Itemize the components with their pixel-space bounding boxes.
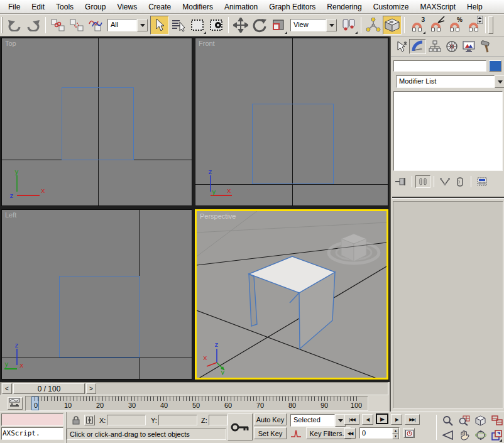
selection-filter-dropdown[interactable]: All xyxy=(107,19,148,31)
unlink-selection-button[interactable] xyxy=(67,16,86,35)
menu-create[interactable]: Create xyxy=(143,1,177,13)
menu-graph-editors[interactable]: Graph Editors xyxy=(263,1,321,13)
snaps-toggle-button[interactable] xyxy=(383,16,402,35)
zoom-extents-button[interactable] xyxy=(473,413,488,427)
time-slider-prev-button[interactable]: < xyxy=(2,383,12,394)
zoom-extents-icon xyxy=(475,415,486,426)
remove-modifier-button[interactable] xyxy=(452,175,468,188)
spinner-up-icon[interactable]: ▲ xyxy=(392,428,399,434)
use-pivot-point-center-button[interactable] xyxy=(339,16,358,35)
angle-snap-toggle-button[interactable] xyxy=(426,16,445,35)
play-button[interactable]: ▶ xyxy=(376,413,388,424)
menu-rendering[interactable]: Rendering xyxy=(321,1,367,13)
select-and-manipulate-button[interactable] xyxy=(364,16,383,35)
object-name-input[interactable] xyxy=(393,60,486,72)
percent-snap-toggle-button[interactable]: % xyxy=(445,16,464,35)
rectangular-selection-region-button[interactable] xyxy=(188,16,207,35)
menu-group[interactable]: Group xyxy=(79,1,111,13)
pin-stack-button[interactable] xyxy=(393,175,408,188)
x-coord-field[interactable] xyxy=(107,415,146,425)
y-coord-field[interactable] xyxy=(158,415,197,425)
viewport-front[interactable]: Front z y x xyxy=(195,38,388,206)
zoom-all-button[interactable] xyxy=(456,413,472,427)
viewport-navigation-controls xyxy=(440,413,503,442)
select-by-name-button[interactable] xyxy=(169,16,188,35)
reference-coord-dropdown-button[interactable] xyxy=(326,19,337,31)
prev-frame-button[interactable]: ◀| xyxy=(362,414,373,425)
menu-animation[interactable]: Animation xyxy=(219,1,263,13)
key-filter-dropdown[interactable]: Selected xyxy=(290,414,346,427)
zoom-button[interactable] xyxy=(440,413,456,427)
selection-lock-toggle[interactable] xyxy=(70,415,81,425)
box-wireframe-left-view[interactable] xyxy=(59,276,140,358)
macro-recorder-pane[interactable] xyxy=(1,413,63,426)
box-wireframe-front-view[interactable] xyxy=(252,104,334,184)
z-coord-field[interactable] xyxy=(209,415,227,425)
menu-edit[interactable]: Edit xyxy=(26,1,50,13)
listener-input-pane[interactable]: AXScript. xyxy=(1,427,63,440)
reference-coord-dropdown[interactable]: View xyxy=(290,19,337,31)
viewport-left[interactable]: Left z y x xyxy=(1,209,192,380)
time-slider-track[interactable]: < 0 / 100 > xyxy=(0,382,388,395)
menu-tools[interactable]: Tools xyxy=(50,1,79,13)
arc-rotate-button[interactable] xyxy=(473,428,488,442)
menu-modifiers[interactable]: Modifiers xyxy=(177,1,219,13)
auto-key-button[interactable]: Auto Key xyxy=(254,413,287,425)
menu-maxscript[interactable]: MAXScript xyxy=(414,1,461,13)
key-mode-toggle-button[interactable]: ◀◀ xyxy=(344,428,356,439)
clipped-toolbar-button[interactable] xyxy=(488,16,493,34)
modifier-list-dropdown[interactable]: Modifier List xyxy=(396,75,504,88)
redo-button[interactable] xyxy=(24,16,43,35)
axis-tripod: z y x xyxy=(200,169,241,203)
tab-motion[interactable] xyxy=(443,39,460,54)
goto-start-button[interactable]: |◀◀ xyxy=(344,414,359,425)
snap-3d-toggle-button[interactable]: 3 xyxy=(407,16,426,35)
select-and-link-button[interactable] xyxy=(48,16,67,35)
box-wireframe-top-view[interactable] xyxy=(62,87,134,160)
tab-display[interactable] xyxy=(460,39,477,54)
show-end-result-button[interactable] xyxy=(415,175,430,188)
ruler-label: 10 xyxy=(64,402,72,409)
viewport-top[interactable]: Top y z x xyxy=(1,38,192,206)
menu-file[interactable]: File xyxy=(3,1,26,13)
select-and-scale-button[interactable] xyxy=(269,16,288,35)
modifier-list-dropdown-button[interactable] xyxy=(495,75,504,88)
tab-hierarchy[interactable] xyxy=(426,39,443,54)
make-unique-button[interactable] xyxy=(437,175,452,188)
open-mini-curve-editor-button[interactable] xyxy=(8,397,23,410)
set-keys-button[interactable] xyxy=(227,413,253,440)
selection-filter-dropdown-button[interactable] xyxy=(137,19,148,31)
window-crossing-toggle-button[interactable] xyxy=(207,16,226,35)
frame-ruler[interactable]: 0 10 20 30 40 50 60 70 80 90 100 xyxy=(25,396,368,411)
undo-button[interactable] xyxy=(5,16,24,35)
object-color-swatch[interactable] xyxy=(489,60,501,72)
frame-spinner[interactable]: ▲ ▼ xyxy=(392,428,399,438)
bind-to-space-warp-button[interactable] xyxy=(86,16,105,35)
spinner-snap-toggle-button[interactable] xyxy=(464,16,483,35)
tab-create[interactable] xyxy=(392,39,409,54)
time-slider-handle[interactable]: 0 / 100 xyxy=(13,383,85,394)
next-frame-button[interactable]: |▶ xyxy=(391,414,402,425)
default-tangent-button[interactable] xyxy=(288,427,304,439)
zoom-extents-all-button[interactable] xyxy=(489,413,504,427)
select-and-rotate-button[interactable] xyxy=(250,16,269,35)
goto-end-button[interactable]: ▶▶| xyxy=(405,414,420,425)
tab-utilities[interactable] xyxy=(477,39,494,54)
time-configuration-button[interactable] xyxy=(403,428,415,438)
select-object-button[interactable] xyxy=(150,16,169,35)
absolute-offset-mode-toggle[interactable] xyxy=(84,415,95,425)
modifier-stack-list[interactable] xyxy=(393,91,503,171)
tab-modify[interactable] xyxy=(409,39,426,54)
select-and-move-button[interactable] xyxy=(231,16,250,35)
pan-button[interactable] xyxy=(456,428,472,442)
field-of-view-button[interactable] xyxy=(440,428,456,442)
menu-views[interactable]: Views xyxy=(111,1,143,13)
viewport-perspective[interactable]: Perspective xyxy=(195,209,388,380)
menu-customize[interactable]: Customize xyxy=(368,1,415,13)
menu-help[interactable]: Help xyxy=(461,1,488,13)
configure-modifier-sets-button[interactable] xyxy=(474,175,490,188)
set-key-button[interactable]: Set Key xyxy=(254,427,287,439)
toolbar-grip[interactable] xyxy=(1,17,3,33)
spinner-down-icon[interactable]: ▼ xyxy=(392,434,399,439)
time-slider-next-button[interactable]: > xyxy=(86,383,96,394)
